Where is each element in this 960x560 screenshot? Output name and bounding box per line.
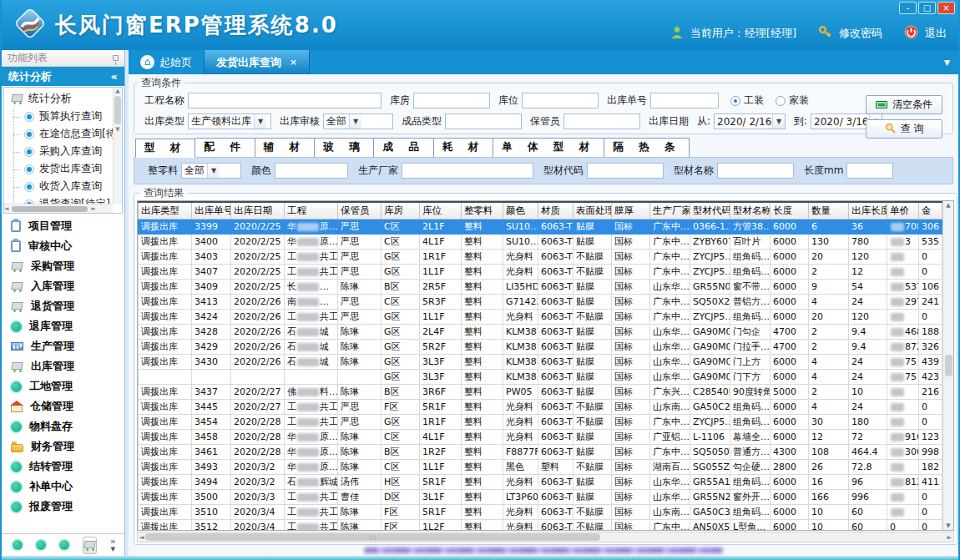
pin-icon[interactable] bbox=[113, 55, 119, 61]
change-password-link[interactable]: 修改密码 bbox=[839, 26, 882, 41]
material-tab[interactable]: 辅 材 bbox=[255, 138, 315, 157]
material-tab[interactable]: 耗 材 bbox=[434, 138, 493, 157]
color-input[interactable] bbox=[275, 163, 348, 179]
table-row[interactable]: 调拨出库34932020/3/2华原…陈琳C区1L1F整料黑色塑料不贴膜国标湖南… bbox=[139, 459, 942, 474]
tree-vertical-scrollbar[interactable]: ▲▼ bbox=[113, 88, 122, 204]
tree-item[interactable]: 发货出库查询 bbox=[4, 160, 113, 178]
table-row[interactable]: 调拨出库34302020/2/26石城陈琳G区3L3F整料KLM38176063… bbox=[139, 354, 942, 369]
minimize-button[interactable]: - bbox=[899, 2, 917, 14]
table-row[interactable]: 调拨出库34282020/2/26石城陈琳G区2L4F整料KLM38176063… bbox=[139, 324, 942, 339]
order-no-input[interactable] bbox=[650, 93, 719, 108]
shortcut-dot-icon[interactable] bbox=[13, 540, 23, 550]
table-row[interactable]: 调拨出库34242020/2/26工共工程严思G区1L1F整料光身料6063-T… bbox=[139, 309, 942, 324]
column-header[interactable]: 库位 bbox=[420, 202, 462, 219]
profile-code-input[interactable] bbox=[587, 163, 664, 179]
tree-item[interactable]: 采购入库查询 bbox=[4, 143, 113, 160]
table-row[interactable]: 调拨出库34612020/2/28华原…陈琳B区1R2F整料F8877FT606… bbox=[139, 444, 942, 459]
table-row[interactable]: 调拨出库35002020/3/3工共工程曹佳D区3L1F整料LT3P606063… bbox=[139, 489, 942, 504]
column-header[interactable]: 型材代码 bbox=[690, 202, 730, 219]
material-tab[interactable]: 隔 热 条 bbox=[604, 138, 690, 157]
sidebar-item-工地管理[interactable]: 工地管理 bbox=[2, 376, 124, 396]
sidebar-item-项目管理[interactable]: 项目管理 bbox=[2, 216, 124, 236]
sidebar-item-报废管理[interactable]: 报废管理 bbox=[2, 497, 124, 517]
tab-home[interactable]: ⌂ 起始页 bbox=[129, 50, 204, 74]
table-row[interactable]: 调拨出库34002020/2/25华原…严思C区4L1F整料SU10…6063-… bbox=[139, 234, 942, 249]
sidebar-item-入库管理[interactable]: 入库管理 bbox=[2, 276, 124, 296]
tree-item[interactable]: 退货查询[待定] bbox=[4, 195, 113, 204]
close-button[interactable]: × bbox=[937, 2, 955, 14]
table-row[interactable]: 调拨出库34032020/2/25工共工程严思G区1R1F整料光身料6063-T… bbox=[139, 249, 942, 264]
material-tab[interactable]: 单 体 型 材 bbox=[493, 138, 604, 157]
sidebar-item-补单中心[interactable]: 补单中心 bbox=[2, 477, 124, 497]
column-header[interactable]: 出库日期 bbox=[231, 202, 285, 219]
sidebar-item-结转管理[interactable]: 结转管理 bbox=[2, 457, 124, 477]
out-type-select[interactable]: 生产领料出库▼ bbox=[188, 114, 271, 129]
grid-horizontal-scrollbar[interactable]: ◄|||► bbox=[137, 532, 954, 542]
table-row[interactable]: 调拨出库34942020/3/2石辉城汤伟H区5R1F整料光身料6063-T5贴… bbox=[139, 474, 942, 489]
sidebar-item-审核中心[interactable]: 审核中心 bbox=[2, 236, 124, 256]
column-header[interactable]: 出库类型 bbox=[139, 202, 192, 219]
radio-jiazhuang[interactable]: 家装 bbox=[776, 93, 809, 108]
sidebar-item-退货管理[interactable]: 退货管理 bbox=[2, 296, 124, 316]
shortcut-dot-icon[interactable] bbox=[36, 540, 46, 550]
column-header[interactable]: 保管员 bbox=[338, 202, 381, 219]
sidebar-item-采购管理[interactable]: 采购管理 bbox=[2, 256, 124, 276]
material-tab[interactable]: 型 材 bbox=[135, 139, 195, 158]
table-row[interactable]: 调拨出库34132020/2/26南…严思C区5R3F整料G714226063-… bbox=[139, 294, 942, 309]
table-row[interactable]: 调拨出库34372020/2/27佛料…陈琳B区3R6F整料PW056063-T… bbox=[139, 384, 942, 399]
column-header[interactable]: 库房 bbox=[381, 202, 420, 219]
manufacturer-input[interactable] bbox=[402, 163, 533, 179]
logout-link[interactable]: 退出 bbox=[925, 26, 947, 41]
table-row[interactable]: 调拨出库34452020/2/27工共工程严思F区5R1F整料光身料6063-T… bbox=[139, 399, 942, 414]
table-row[interactable]: 调拨出库34072020/2/25工共工程严思G区1L1F整料光身料6063-T… bbox=[139, 264, 942, 279]
column-header[interactable]: 金 bbox=[919, 202, 942, 219]
sidebar-item-生产管理[interactable]: 生产管理 bbox=[2, 336, 124, 356]
tree-item[interactable]: 收货入库查询 bbox=[4, 178, 113, 195]
column-header[interactable]: 整零料 bbox=[462, 202, 503, 219]
product-type-input[interactable] bbox=[445, 114, 522, 129]
table-row[interactable]: 调拨出库34542020/2/28工共工程严思G区1R1F整料光身料6063-T… bbox=[139, 414, 942, 429]
tree-item[interactable]: 预算执行查询 bbox=[4, 108, 113, 125]
material-tab[interactable]: 成 品 bbox=[374, 138, 433, 157]
column-header[interactable]: 生产厂家 bbox=[650, 202, 690, 219]
date-from-picker[interactable]: 2020/ 2/16▼ bbox=[714, 114, 786, 129]
column-header[interactable]: 出库长度 bbox=[849, 202, 887, 219]
keeper-input[interactable] bbox=[563, 114, 640, 129]
more-items-chevron[interactable]: »▾ bbox=[110, 537, 116, 552]
out-audit-select[interactable]: 全部▼ bbox=[323, 114, 393, 129]
material-tab[interactable]: 玻 璃 bbox=[315, 138, 374, 157]
table-row[interactable]: 调拨出库34582020/2/28华原…陈琳C区4L1F整料光身料6063-T5… bbox=[139, 429, 942, 444]
tree-root-node[interactable]: 统计分析 bbox=[4, 88, 113, 108]
tree-item[interactable]: 在途信息查询[待 bbox=[4, 125, 113, 143]
column-header[interactable]: 工程 bbox=[285, 202, 338, 219]
collapse-icon[interactable]: « bbox=[111, 70, 118, 83]
column-header[interactable]: 型材名称 bbox=[730, 202, 771, 219]
search-button[interactable]: 查 询 bbox=[866, 119, 942, 139]
table-row[interactable]: G区3L3F整料KLM38176063-T5贴膜国标山东华…GA90M09…门下… bbox=[139, 369, 942, 384]
clear-conditions-button[interactable]: 清空条件 bbox=[866, 95, 942, 114]
tab-list-caret-icon[interactable]: ▼ bbox=[944, 50, 958, 74]
table-row[interactable]: 调拨出库33992020/2/25华原…严思C区2L1F整料SU10…6063-… bbox=[139, 219, 942, 234]
table-row[interactable]: 调拨出库35102020/3/4工共工程陈琳F区5R1F整料光身料6063-T5… bbox=[139, 504, 942, 519]
column-header[interactable]: 数量 bbox=[809, 202, 849, 219]
material-tab[interactable]: 配 件 bbox=[195, 138, 255, 157]
whole-part-select[interactable]: 全部▼ bbox=[181, 163, 241, 179]
cart-shortcut-button[interactable] bbox=[83, 537, 97, 554]
warehouse-input[interactable] bbox=[413, 93, 490, 108]
sidebar-item-退库管理[interactable]: 退库管理 bbox=[2, 316, 124, 336]
column-header[interactable]: 长度 bbox=[771, 202, 809, 219]
project-name-input[interactable] bbox=[188, 93, 381, 108]
tab-close-icon[interactable]: × bbox=[290, 57, 297, 68]
grid-vertical-scrollbar[interactable]: ▲▼ bbox=[942, 201, 953, 530]
sidebar-item-出库管理[interactable]: 出库管理 bbox=[2, 356, 124, 376]
column-header[interactable]: 出库单号 bbox=[192, 202, 231, 219]
profile-name-input[interactable] bbox=[717, 163, 794, 179]
shortcut-dot-icon[interactable] bbox=[59, 540, 69, 550]
sidebar-item-物料盘存[interactable]: 物料盘存 bbox=[2, 416, 124, 436]
column-header[interactable]: 表面处理 bbox=[573, 202, 612, 219]
sidebar-item-仓储管理[interactable]: 仓储管理 bbox=[2, 396, 124, 416]
tab-shipment-outbound-query[interactable]: 发货出库查询 × bbox=[204, 50, 310, 74]
column-header[interactable]: 颜色 bbox=[503, 202, 538, 219]
column-header[interactable]: 材质 bbox=[538, 202, 573, 219]
length-input[interactable] bbox=[846, 163, 893, 179]
